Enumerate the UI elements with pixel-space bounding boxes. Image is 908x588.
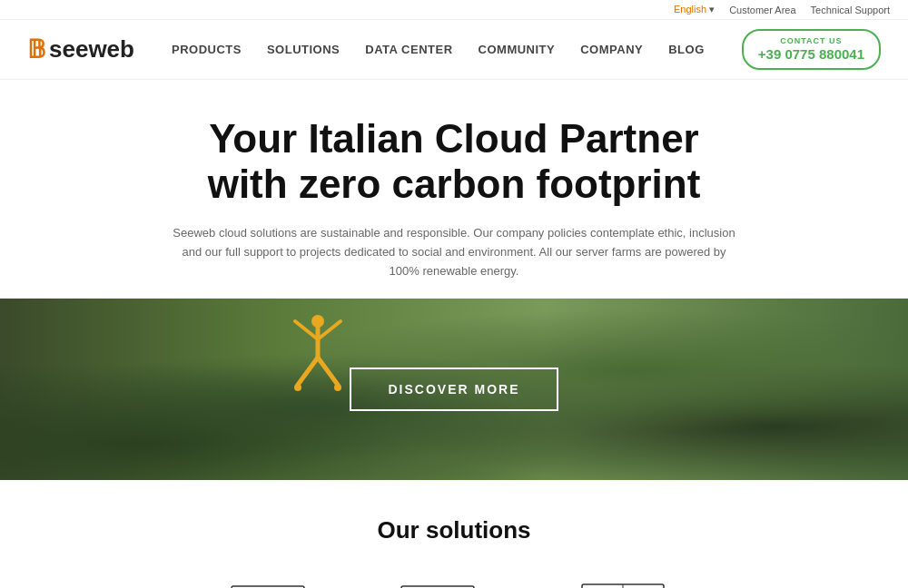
nav-data-center[interactable]: DATA CENTER bbox=[365, 43, 452, 56]
nav-blog[interactable]: BLOG bbox=[668, 43, 705, 56]
solution-housing-colocation[interactable]: Housing & Colocation bbox=[552, 577, 695, 588]
hero-headline: Your Italian Cloud Partner with zero car… bbox=[18, 116, 890, 208]
hero-headline-line2: with zero carbon footprint bbox=[208, 162, 701, 206]
solutions-grid: Cloud Server bbox=[18, 577, 890, 588]
hero-description: Seeweb cloud solutions are sustainable a… bbox=[173, 224, 735, 280]
nav-solutions[interactable]: SOLUTIONS bbox=[267, 43, 340, 56]
logo-text: seeweb bbox=[49, 35, 134, 64]
nav-products[interactable]: PRODUCTS bbox=[172, 43, 242, 56]
contact-label: CONTACT US bbox=[780, 36, 842, 46]
hero-headline-line1: Your Italian Cloud Partner bbox=[209, 116, 698, 161]
phone-number: +39 0775 880041 bbox=[758, 46, 864, 63]
svg-line-4 bbox=[298, 358, 318, 385]
svg-line-5 bbox=[318, 358, 338, 385]
nav-community[interactable]: CoMMuNITY bbox=[479, 43, 556, 56]
nav-company[interactable]: COMPANY bbox=[580, 43, 643, 56]
top-bar: English ▾ Customer Area Technical Suppor… bbox=[0, 0, 908, 20]
language-selector[interactable]: English ▾ bbox=[674, 4, 715, 15]
logo-icon: 𝔹 bbox=[27, 34, 45, 64]
svg-point-7 bbox=[334, 384, 341, 391]
cloud-server-icon bbox=[213, 577, 322, 588]
technical-support-link[interactable]: Technical Support bbox=[811, 5, 890, 15]
header: 𝔹 seeweb PRODUCTS SOLUTIONS DATA CENTER … bbox=[0, 20, 908, 80]
solution-foundation-server[interactable]: Foundation Server bbox=[377, 577, 498, 588]
main-nav: PRODUCTS SOLUTIONS DATA CENTER CoMMuNITY… bbox=[172, 43, 705, 56]
acrobat-figure bbox=[291, 308, 345, 435]
svg-point-6 bbox=[294, 384, 301, 391]
hero-banner: DISCOVER MORE bbox=[0, 299, 908, 480]
hero-text-section: Your Italian Cloud Partner with zero car… bbox=[0, 80, 908, 299]
contact-button[interactable]: CONTACT US +39 0775 880041 bbox=[742, 29, 881, 70]
customer-area-link[interactable]: Customer Area bbox=[729, 5, 795, 15]
discover-more-button[interactable]: DISCOVER MORE bbox=[350, 368, 558, 411]
solutions-heading: Our solutions bbox=[18, 516, 890, 544]
solution-cloud-server[interactable]: Cloud Server bbox=[213, 577, 322, 588]
foundation-server-icon bbox=[383, 577, 492, 588]
solutions-section: Our solutions bbox=[0, 480, 908, 588]
logo[interactable]: 𝔹 seeweb bbox=[27, 34, 134, 64]
housing-colocation-icon bbox=[568, 577, 677, 588]
